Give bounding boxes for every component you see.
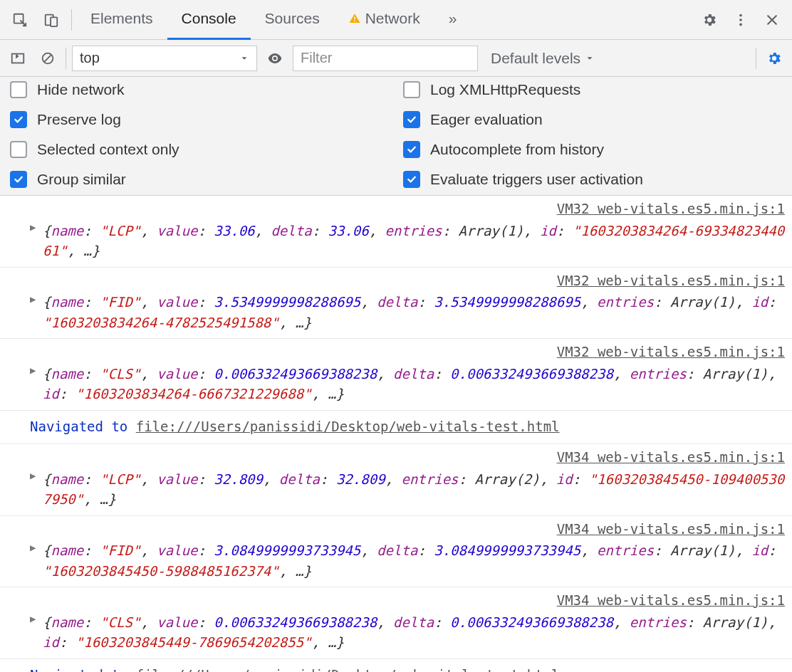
nav-url[interactable]: file:///Users/panissidi/Desktop/web-vita… xyxy=(136,419,560,434)
tab-console[interactable]: Console xyxy=(167,0,251,40)
tab-label: Sources xyxy=(265,10,320,27)
chevron-down-icon xyxy=(239,53,249,63)
checkbox-eval-user-activation[interactable]: Evaluate triggers user activation xyxy=(403,171,782,188)
navigation-message: Navigated to file:///Users/panissidi/Des… xyxy=(0,659,792,673)
svg-rect-4 xyxy=(354,21,355,22)
source-link[interactable]: VM34 web-vitals.es5.min.js:1 xyxy=(43,590,785,611)
disclosure-triangle-icon[interactable]: ▶ xyxy=(30,611,36,626)
console-log-entry[interactable]: VM32 web-vitals.es5.min.js:1 ▶ {name: "L… xyxy=(0,196,792,268)
checkbox-label: Group similar xyxy=(37,171,126,188)
devtools-tabbar: Elements Console Sources Network » xyxy=(0,0,792,40)
close-icon[interactable] xyxy=(756,0,788,40)
disclosure-triangle-icon[interactable]: ▶ xyxy=(30,292,36,307)
settings-gear-icon[interactable] xyxy=(694,0,725,40)
tab-more[interactable]: » xyxy=(434,0,471,40)
checkbox-label: Selected context only xyxy=(37,141,179,158)
checkbox-icon xyxy=(10,81,27,98)
tab-sources[interactable]: Sources xyxy=(251,0,334,40)
svg-rect-2 xyxy=(51,17,57,26)
checkbox-icon xyxy=(10,111,27,128)
log-object: {name: "FID", value: 3.0849999993733945,… xyxy=(43,542,776,579)
warning-icon xyxy=(348,12,361,25)
checkbox-hide-network[interactable]: Hide network xyxy=(10,81,389,98)
console-messages: VM32 web-vitals.es5.min.js:1 ▶ {name: "L… xyxy=(0,196,792,672)
sidebar-toggle-icon[interactable] xyxy=(6,46,30,70)
divider xyxy=(66,48,66,69)
navigation-message: Navigated to file:///Users/panissidi/Des… xyxy=(0,411,792,445)
tab-elements[interactable]: Elements xyxy=(76,0,167,40)
levels-label: Default levels xyxy=(491,50,580,67)
checkbox-group-similar[interactable]: Group similar xyxy=(10,171,389,188)
nav-prefix: Navigated to xyxy=(30,419,136,434)
chevron-down-icon xyxy=(585,53,595,63)
disclosure-triangle-icon[interactable]: ▶ xyxy=(30,540,36,555)
checkbox-icon xyxy=(403,171,420,188)
console-settings-panel: Hide network Log XMLHttpRequests Preserv… xyxy=(0,77,792,196)
panel-tabs: Elements Console Sources Network » xyxy=(76,0,471,40)
checkbox-icon xyxy=(10,171,27,188)
disclosure-triangle-icon[interactable]: ▶ xyxy=(30,363,36,378)
checkbox-label: Hide network xyxy=(37,81,125,98)
context-label: top xyxy=(80,50,100,66)
console-log-entry[interactable]: VM34 web-vitals.es5.min.js:1 ▶ {name: "L… xyxy=(0,444,792,516)
tab-label: » xyxy=(449,10,457,27)
checkbox-label: Preserve log xyxy=(37,111,121,128)
tab-label: Network xyxy=(365,10,420,27)
context-selector[interactable]: top xyxy=(72,46,257,71)
console-log-entry[interactable]: VM34 web-vitals.es5.min.js:1 ▶ {name: "F… xyxy=(0,516,792,588)
svg-rect-3 xyxy=(354,17,355,20)
log-levels-selector[interactable]: Default levels xyxy=(484,50,602,67)
disclosure-triangle-icon[interactable]: ▶ xyxy=(30,468,36,483)
checkbox-label: Evaluate triggers user activation xyxy=(430,171,643,188)
console-toolbar: top Default levels xyxy=(0,40,792,77)
checkbox-icon xyxy=(10,141,27,158)
divider xyxy=(71,9,72,31)
divider xyxy=(756,48,756,69)
nav-prefix: Navigated to xyxy=(30,667,136,673)
svg-point-6 xyxy=(739,19,742,21)
console-settings-icon[interactable] xyxy=(762,46,786,70)
checkbox-label: Eager evaluation xyxy=(430,111,543,128)
checkbox-label: Autocomplete from history xyxy=(430,141,604,158)
checkbox-autocomplete-history[interactable]: Autocomplete from history xyxy=(403,141,782,158)
inspect-element-icon[interactable] xyxy=(4,0,36,40)
console-log-entry[interactable]: VM32 web-vitals.es5.min.js:1 ▶ {name: "F… xyxy=(0,268,792,340)
source-link[interactable]: VM34 web-vitals.es5.min.js:1 xyxy=(43,447,785,468)
log-object: {name: "CLS", value: 0.00633249366938823… xyxy=(43,614,776,651)
checkbox-selected-context[interactable]: Selected context only xyxy=(10,141,389,158)
checkbox-log-xhr[interactable]: Log XMLHttpRequests xyxy=(403,81,782,98)
tab-network[interactable]: Network xyxy=(334,0,434,40)
source-link[interactable]: VM32 web-vitals.es5.min.js:1 xyxy=(43,199,785,219)
log-object: {name: "CLS", value: 0.00633249366938823… xyxy=(43,366,776,402)
kebab-menu-icon[interactable] xyxy=(725,0,756,40)
checkbox-icon xyxy=(403,141,420,158)
checkbox-preserve-log[interactable]: Preserve log xyxy=(10,111,389,128)
tab-label: Elements xyxy=(90,10,153,27)
log-object: {name: "LCP", value: 33.06, delta: 33.06… xyxy=(43,223,784,259)
svg-point-5 xyxy=(739,14,742,16)
svg-point-7 xyxy=(739,23,742,26)
device-toolbar-icon[interactable] xyxy=(36,0,67,40)
svg-rect-8 xyxy=(12,53,24,63)
filter-input[interactable] xyxy=(293,46,478,71)
source-link[interactable]: VM32 web-vitals.es5.min.js:1 xyxy=(43,271,785,291)
checkbox-icon xyxy=(403,81,420,98)
source-link[interactable]: VM34 web-vitals.es5.min.js:1 xyxy=(43,519,785,540)
log-object: {name: "LCP", value: 32.809, delta: 32.8… xyxy=(43,471,784,508)
source-link[interactable]: VM32 web-vitals.es5.min.js:1 xyxy=(43,342,785,362)
checkbox-label: Log XMLHttpRequests xyxy=(430,81,580,98)
disclosure-triangle-icon[interactable]: ▶ xyxy=(30,220,36,235)
log-object: {name: "FID", value: 3.5349999998288695,… xyxy=(43,294,776,330)
clear-console-icon[interactable] xyxy=(36,46,60,70)
checkbox-icon xyxy=(403,111,420,128)
tab-label: Console xyxy=(182,10,236,27)
nav-url[interactable]: file:///Users/panissidi/Desktop/web-vita… xyxy=(136,667,560,673)
checkbox-eager-eval[interactable]: Eager evaluation xyxy=(403,111,782,128)
console-log-entry[interactable]: VM32 web-vitals.es5.min.js:1 ▶ {name: "C… xyxy=(0,339,792,411)
console-log-entry[interactable]: VM34 web-vitals.es5.min.js:1 ▶ {name: "C… xyxy=(0,587,792,659)
live-expression-icon[interactable] xyxy=(263,46,287,70)
